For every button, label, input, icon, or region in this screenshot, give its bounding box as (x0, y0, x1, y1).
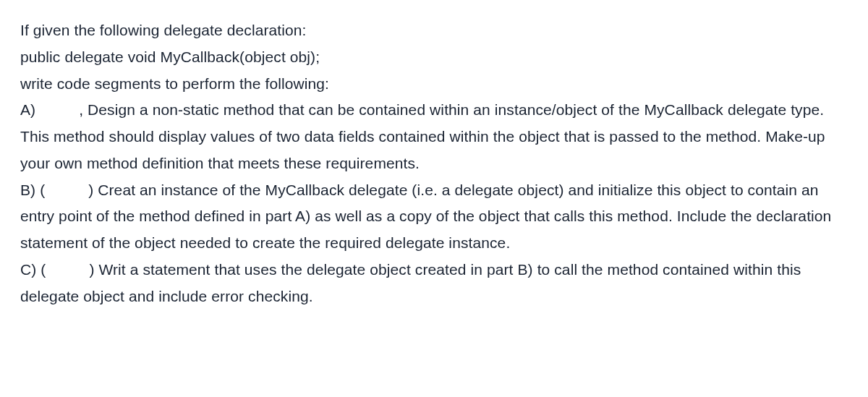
part-b-text: Creat an instance of the MyCallback dele… (20, 182, 831, 252)
part-c: C) ( ) Writ a statement that uses the de… (20, 257, 848, 310)
part-c-text: Writ a statement that uses the delegate … (20, 261, 801, 304)
part-c-label: C) ( (20, 261, 46, 278)
blank-space (45, 177, 88, 204)
part-a-label: A) (20, 101, 35, 118)
intro-line-2: public delegate void MyCallback(object o… (20, 44, 848, 71)
intro-line-1: If given the following delegate declarat… (20, 17, 848, 44)
part-b-label: B) ( (20, 182, 45, 198)
part-a: A) , Design a non-static method that can… (20, 97, 848, 176)
intro-line-3: write code segments to perform the follo… (20, 71, 848, 98)
blank-space (35, 97, 79, 124)
blank-space (46, 257, 89, 283)
part-b: B) ( ) Creat an instance of the MyCallba… (20, 177, 848, 257)
question-container: If given the following delegate declarat… (20, 17, 848, 310)
part-a-text: , Design a non-static method that can be… (20, 101, 825, 171)
